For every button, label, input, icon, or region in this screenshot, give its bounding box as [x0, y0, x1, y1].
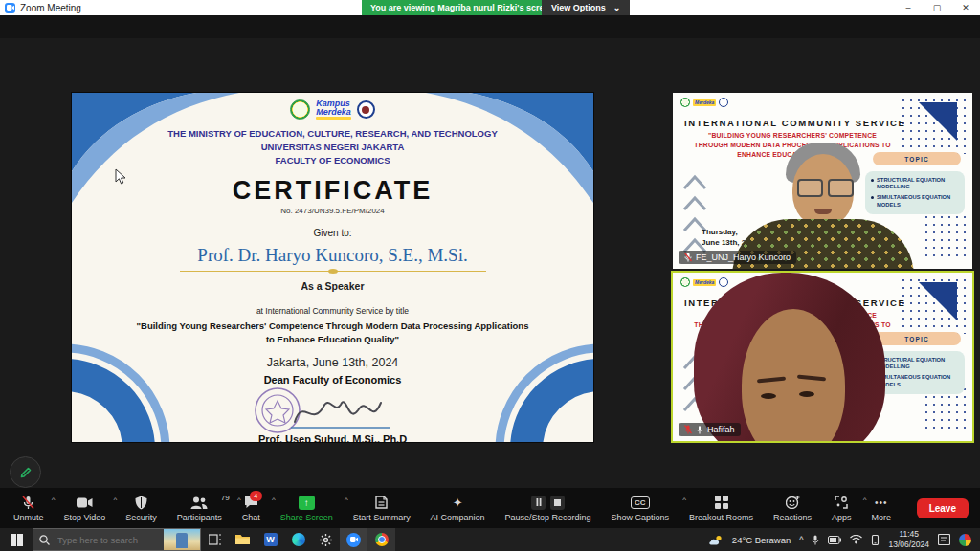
- search-input[interactable]: [56, 534, 160, 546]
- phone-link-icon[interactable]: [871, 535, 880, 545]
- gear-icon: [320, 534, 332, 546]
- video-tile-hafifah[interactable]: Merdeka INTERNATIONAL COMMUNITY SERVICE …: [671, 271, 974, 443]
- view-options-button[interactable]: View Options ⌄: [542, 0, 630, 15]
- close-button[interactable]: ✕: [951, 0, 980, 15]
- reactions-smiley-icon: [786, 496, 800, 509]
- participants-icon: [190, 496, 208, 509]
- slide-triangle-decoration: [919, 282, 957, 320]
- start-button[interactable]: [0, 528, 33, 551]
- ai-companion-label: AI Companion: [431, 513, 485, 522]
- start-summary-button[interactable]: Start Summary: [349, 493, 414, 524]
- colorful-tray-app-icon[interactable]: [959, 534, 971, 546]
- minimize-button[interactable]: –: [894, 0, 923, 15]
- chat-chevron-icon[interactable]: ^: [272, 496, 276, 504]
- taskbar-search-box[interactable]: [33, 528, 201, 551]
- summary-document-icon: [375, 496, 388, 509]
- share-screen-icon: ↑: [299, 496, 315, 510]
- task-view-button[interactable]: [201, 528, 229, 551]
- shield-icon: [135, 496, 147, 510]
- reactions-button[interactable]: Reactions: [769, 493, 815, 524]
- action-center-icon[interactable]: [938, 534, 950, 545]
- pause-recording-icon: [531, 496, 546, 510]
- viewing-banner-text: You are viewing Magriba nurul Rizki's sc…: [370, 3, 554, 12]
- slide-subtitle-2: THROUGH MODERN DATA PROCESSING APPLICATI…: [673, 142, 912, 148]
- mouse-cursor: [115, 168, 126, 186]
- meeting-top-bar: [0, 15, 980, 38]
- stop-video-button[interactable]: ^ Stop Video: [59, 493, 109, 524]
- share-chevron-icon[interactable]: ^: [345, 496, 348, 504]
- chevron-down-icon: ⌄: [613, 3, 621, 12]
- stop-recording-icon: [550, 496, 565, 510]
- ministry-line: THE MINISTRY OF EDUCATION, CULTURE, RESE…: [72, 128, 593, 139]
- video-tile-haryo[interactable]: Merdeka INTERNATIONAL COMMUNITY SERVICE …: [673, 93, 972, 269]
- windows-taskbar: W 24°C Berawan ^ 11:45 13/06/2024: [0, 528, 980, 551]
- more-label: More: [871, 513, 891, 522]
- zoom-toolbar: ^ Unmute ^ Stop Video Security ^ 79 Part…: [0, 488, 980, 528]
- video-chevron-icon[interactable]: ^: [114, 496, 118, 504]
- zoom-taskbar-icon: [346, 533, 361, 547]
- breakout-rooms-label: Breakout Rooms: [689, 513, 753, 522]
- chat-button[interactable]: ^ 4 Chat: [238, 493, 264, 524]
- unmute-button[interactable]: ^ Unmute: [10, 493, 48, 524]
- certificate-title: CERTIFICATE: [72, 176, 593, 206]
- signature-stroke: [295, 402, 381, 422]
- zoom-meeting-window: Zoom Meeting – ▢ ✕ You are viewing Magri…: [0, 0, 980, 551]
- closed-captions-icon: CC: [631, 496, 650, 509]
- recipient-name: Prof. Dr. Haryo Kuncoro, S.E., M.Si.: [72, 245, 593, 266]
- settings-button[interactable]: [312, 528, 340, 551]
- video-camera-icon: [77, 497, 93, 508]
- show-captions-button[interactable]: ^ CC Show Captions: [608, 493, 674, 524]
- slide-topic-pill: TOPIC: [873, 332, 961, 345]
- pause-stop-recording-button[interactable]: Pause/Stop Recording: [501, 493, 595, 524]
- edge-browser-button[interactable]: [284, 528, 312, 551]
- pause-stop-recording-label: Pause/Stop Recording: [505, 513, 591, 522]
- word-app-button[interactable]: W: [256, 528, 284, 551]
- slide-topic-1: STRUCTURAL EQUATION MODELLING: [877, 177, 959, 190]
- chrome-browser-button[interactable]: [368, 528, 395, 551]
- weather-text[interactable]: 24°C Berawan: [732, 535, 791, 545]
- file-explorer-button[interactable]: [229, 528, 256, 551]
- ai-companion-button[interactable]: ✦ AI Companion: [427, 493, 489, 524]
- annotate-pencil-button[interactable]: [10, 456, 41, 488]
- tray-mic-icon[interactable]: [812, 535, 819, 545]
- slide-topics-box: STRUCTURAL EQUATION MODELLING SIMULTANEO…: [865, 171, 965, 214]
- task-view-icon: [209, 534, 221, 545]
- breakout-rooms-button[interactable]: Breakout Rooms: [685, 493, 757, 524]
- more-dots-icon: •••: [875, 495, 888, 511]
- chat-label: Chat: [242, 513, 260, 522]
- viewing-screen-banner: You are viewing Magriba nurul Rizki's sc…: [362, 0, 563, 15]
- university-line: UNIVERSITAS NEGERI JAKARTA: [72, 142, 593, 152]
- search-doodle-illustration[interactable]: [164, 529, 200, 551]
- share-screen-button[interactable]: ^ ↑ Share Screen: [277, 493, 337, 524]
- taskbar-clock[interactable]: 11:45 13/06/2024: [888, 529, 929, 549]
- apps-label: Apps: [832, 513, 852, 522]
- show-captions-label: Show Captions: [612, 513, 670, 522]
- zoom-app-taskbar-button[interactable]: [340, 528, 368, 551]
- participants-label: Participants: [177, 513, 222, 522]
- apps-button[interactable]: ^ Apps: [828, 493, 856, 524]
- audio-chevron-icon[interactable]: ^: [52, 496, 56, 504]
- participant-name-label: Hafifah: [679, 423, 741, 436]
- participants-button[interactable]: ^ 79 Participants: [173, 493, 226, 524]
- participants-count: 79: [221, 494, 230, 502]
- gold-divider: [180, 271, 486, 272]
- security-button[interactable]: Security: [122, 493, 161, 524]
- view-options-label: View Options: [551, 3, 606, 12]
- tray-expand-chevron-icon[interactable]: ^: [799, 535, 803, 544]
- apps-chevron-icon[interactable]: ^: [863, 496, 867, 504]
- battery-icon[interactable]: [828, 536, 841, 544]
- signer-title: Dean Faculty of Economics: [72, 374, 593, 386]
- folder-icon: [235, 534, 250, 545]
- wifi-icon[interactable]: [850, 535, 862, 544]
- stop-video-label: Stop Video: [63, 513, 105, 522]
- slide-subtitle-1: "BUILDING YOUNG RESEARCHERS' COMPETENCE: [673, 132, 912, 139]
- unmute-label: Unmute: [13, 513, 44, 522]
- more-button[interactable]: ••• More: [867, 493, 895, 524]
- mic-muted-icon: [684, 253, 692, 262]
- pin-icon: [696, 426, 703, 434]
- official-stamp-icon: [256, 388, 300, 432]
- maximize-button[interactable]: ▢: [923, 0, 951, 15]
- place-date-line: Jakarta, June 13th, 2024: [72, 356, 593, 369]
- apps-icon: [835, 496, 848, 509]
- leave-button[interactable]: Leave: [917, 498, 969, 518]
